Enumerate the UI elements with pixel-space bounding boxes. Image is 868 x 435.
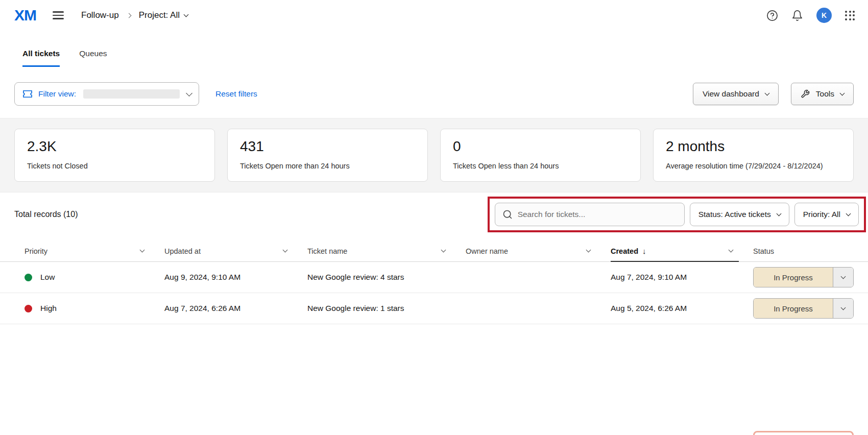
breadcrumb: Follow-up Project: All — [81, 10, 188, 20]
chevron-down-icon — [776, 211, 781, 216]
avatar[interactable]: K — [816, 8, 832, 23]
priority-dot — [25, 274, 32, 281]
annotation-highlight-box: Status: Active tickets Priority: All — [488, 197, 866, 232]
stat-card-open-more-24h: 431 Tickets Open more than 24 hours — [227, 129, 428, 182]
status-value[interactable]: In Progress — [754, 268, 833, 287]
table-row[interactable]: Low Aug 9, 2024, 9:10 AM New Google revi… — [0, 262, 868, 293]
chevron-down-icon — [283, 248, 288, 253]
created-cell: Aug 5, 2024, 6:26 AM — [611, 304, 753, 313]
chevron-down-icon — [840, 90, 845, 95]
priority-cell: Low — [25, 273, 164, 282]
priority-filter-label: Priority: All — [803, 210, 840, 219]
column-header-priority[interactable]: Priority — [25, 240, 164, 261]
chevron-down-icon — [441, 248, 446, 253]
project-selector-label: Project: All — [139, 10, 180, 20]
tabs: All tickets Queues — [0, 31, 868, 67]
help-icon — [766, 10, 778, 21]
table-header-row: Priority Updated at Ticket name Owner na… — [0, 240, 868, 262]
created-cell: Aug 7, 2024, 9:10 AM — [611, 273, 753, 282]
view-dashboard-label: View dashboard — [703, 89, 759, 99]
ticket-search — [495, 203, 685, 226]
tickets-table: Priority Updated at Ticket name Owner na… — [0, 240, 868, 324]
total-records-label: Total records (10) — [14, 210, 78, 219]
top-bar-left: XM Follow-up Project: All — [14, 7, 188, 24]
hamburger-menu-icon[interactable] — [53, 11, 64, 19]
top-bar-right: K — [766, 8, 855, 23]
priority-cell: High — [25, 304, 164, 313]
project-selector[interactable]: Project: All — [139, 10, 188, 20]
updated-at-cell: Aug 7, 2024, 6:26 AM — [164, 304, 307, 313]
column-header-owner-name[interactable]: Owner name — [466, 240, 611, 261]
table-row[interactable]: High Aug 7, 2024, 6:26 AM New Google rev… — [0, 293, 868, 324]
updated-at-cell: Aug 9, 2024, 9:10 AM — [164, 273, 307, 282]
breadcrumb-section: Follow-up — [81, 10, 119, 20]
chevron-down-icon — [841, 305, 846, 310]
filter-view-value-redacted — [83, 89, 180, 99]
stat-card-open-less-24h: 0 Tickets Open less than 24 hours — [440, 129, 641, 182]
chevron-down-icon — [586, 248, 591, 253]
search-icon — [502, 209, 513, 220]
stat-label: Tickets not Closed — [27, 162, 202, 170]
xm-logo: XM — [14, 7, 36, 24]
chevron-right-icon — [126, 13, 131, 18]
view-dashboard-button[interactable]: View dashboard — [693, 83, 779, 105]
status-filter-dropdown[interactable]: Status: Active tickets — [690, 203, 789, 226]
column-header-created[interactable]: Created ↓ — [611, 240, 753, 261]
status-caret-button[interactable] — [833, 299, 853, 318]
column-header-ticket-name[interactable]: Ticket name — [307, 240, 466, 261]
filter-row: Filter view: Reset filters View dashboar… — [0, 82, 868, 106]
stat-value: 0 — [453, 138, 628, 155]
search-input[interactable] — [518, 210, 677, 219]
ticket-icon — [22, 89, 33, 99]
status-cell: In Progress — [753, 298, 854, 319]
column-label: Priority — [25, 247, 47, 255]
stats-strip: 2.3K Tickets not Closed 431 Tickets Open… — [0, 118, 868, 192]
chevron-down-icon — [764, 90, 769, 95]
status-value[interactable]: In Progress — [754, 299, 833, 318]
notifications-button[interactable] — [791, 10, 803, 21]
column-label: Owner name — [466, 247, 508, 255]
status-dropdown[interactable]: In Progress — [753, 267, 854, 287]
tab-queues[interactable]: Queues — [79, 49, 107, 67]
stat-value: 2 months — [666, 138, 841, 155]
stat-label: Tickets Open more than 24 hours — [240, 162, 415, 170]
status-dropdown[interactable]: In Progress — [753, 298, 854, 319]
bell-icon — [791, 10, 803, 21]
apps-grid-icon[interactable] — [845, 11, 855, 20]
chevron-down-icon — [729, 248, 734, 253]
status-filter-label: Status: Active tickets — [698, 210, 771, 219]
filter-view-dropdown[interactable]: Filter view: — [14, 82, 199, 106]
stat-value: 2.3K — [27, 138, 202, 155]
chevron-down-icon — [841, 274, 846, 279]
filter-view-label: Filter view: — [38, 89, 76, 99]
records-row: Total records (10) Status: Active ticket… — [0, 197, 868, 232]
chevron-down-icon — [846, 211, 851, 216]
column-header-status: Status — [753, 240, 854, 261]
status-cell: In Progress — [753, 267, 854, 287]
reset-filters-link[interactable]: Reset filters — [215, 89, 257, 99]
column-label: Status — [753, 247, 774, 255]
column-label: Updated at — [164, 247, 201, 255]
priority-label: Low — [40, 273, 55, 282]
cutoff-annotation — [753, 431, 854, 435]
stat-label: Average resolution time (7/29/2024 - 8/1… — [666, 162, 841, 170]
column-label: Ticket name — [307, 247, 347, 255]
tools-label: Tools — [816, 89, 834, 99]
tab-all-tickets[interactable]: All tickets — [22, 49, 60, 67]
priority-label: High — [40, 304, 57, 313]
status-caret-button[interactable] — [833, 268, 853, 287]
stat-label: Tickets Open less than 24 hours — [453, 162, 628, 170]
tools-button[interactable]: Tools — [791, 83, 854, 105]
wrench-icon — [801, 89, 810, 99]
chevron-down-icon — [186, 90, 192, 96]
priority-filter-dropdown[interactable]: Priority: All — [794, 203, 859, 226]
stat-card-not-closed: 2.3K Tickets not Closed — [14, 129, 215, 182]
ticket-name-cell: New Google review: 1 stars — [307, 304, 466, 313]
stat-value: 431 — [240, 138, 415, 155]
column-header-updated-at[interactable]: Updated at — [164, 240, 307, 261]
ticket-name-cell: New Google review: 4 stars — [307, 273, 466, 282]
top-bar: XM Follow-up Project: All K — [0, 0, 868, 31]
sort-desc-icon: ↓ — [642, 247, 646, 255]
help-button[interactable] — [766, 10, 778, 21]
priority-dot — [25, 305, 32, 312]
